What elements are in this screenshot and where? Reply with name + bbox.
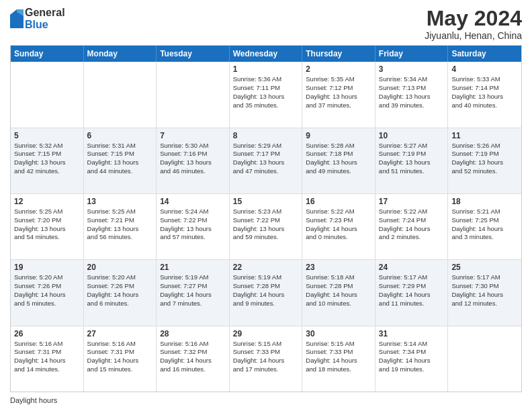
cal-cell: 26Sunrise: 5:16 AM Sunset: 7:31 PM Dayli… [11,326,84,392]
logo-text: General Blue [25,7,65,30]
day-number: 2 [306,64,371,74]
day-number: 12 [14,197,80,206]
cal-cell [157,62,230,127]
cal-cell: 15Sunrise: 5:23 AM Sunset: 7:22 PM Dayli… [230,194,303,259]
day-number: 4 [451,64,518,74]
cal-cell: 6Sunrise: 5:31 AM Sunset: 7:15 PM Daylig… [84,128,157,193]
cal-cell: 20Sunrise: 5:20 AM Sunset: 7:26 PM Dayli… [84,260,157,325]
day-number: 31 [379,329,445,338]
day-info: Sunrise: 5:22 AM Sunset: 7:24 PM Dayligh… [379,208,445,242]
day-of-week-wednesday: Wednesday [230,46,303,62]
day-info: Sunrise: 5:19 AM Sunset: 7:27 PM Dayligh… [160,273,226,308]
day-number: 10 [379,131,445,140]
day-number: 20 [87,263,153,272]
day-info: Sunrise: 5:19 AM Sunset: 7:28 PM Dayligh… [233,273,299,308]
day-info: Sunrise: 5:26 AM Sunset: 7:19 PM Dayligh… [451,142,518,176]
day-info: Sunrise: 5:16 AM Sunset: 7:31 PM Dayligh… [87,340,153,374]
day-info: Sunrise: 5:29 AM Sunset: 7:17 PM Dayligh… [233,142,299,176]
day-info: Sunrise: 5:32 AM Sunset: 7:15 PM Dayligh… [14,142,80,176]
cal-cell: 13Sunrise: 5:25 AM Sunset: 7:21 PM Dayli… [84,194,157,259]
cal-cell: 22Sunrise: 5:19 AM Sunset: 7:28 PM Dayli… [230,260,303,325]
day-info: Sunrise: 5:20 AM Sunset: 7:26 PM Dayligh… [14,273,80,308]
logo-general: General [25,7,65,19]
calendar-row-0: 1Sunrise: 5:36 AM Sunset: 7:11 PM Daylig… [11,62,521,127]
day-number: 3 [379,64,445,74]
day-info: Sunrise: 5:25 AM Sunset: 7:20 PM Dayligh… [14,208,80,242]
day-number: 15 [233,197,299,206]
day-info: Sunrise: 5:14 AM Sunset: 7:34 PM Dayligh… [379,340,445,374]
cal-cell: 18Sunrise: 5:21 AM Sunset: 7:25 PM Dayli… [448,194,521,259]
day-info: Sunrise: 5:25 AM Sunset: 7:21 PM Dayligh… [87,208,153,242]
day-of-week-saturday: Saturday [448,46,521,62]
cal-cell: 5Sunrise: 5:32 AM Sunset: 7:15 PM Daylig… [11,128,84,193]
day-number: 7 [160,131,226,140]
day-number: 22 [233,263,299,272]
day-info: Sunrise: 5:15 AM Sunset: 7:33 PM Dayligh… [233,340,299,374]
day-number: 17 [379,197,445,206]
day-info: Sunrise: 5:36 AM Sunset: 7:11 PM Dayligh… [233,75,299,109]
day-info: Sunrise: 5:27 AM Sunset: 7:19 PM Dayligh… [379,142,445,176]
day-of-week-friday: Friday [375,46,449,62]
calendar-row-1: 5Sunrise: 5:32 AM Sunset: 7:15 PM Daylig… [11,128,521,193]
cal-cell [11,62,84,127]
cal-cell: 23Sunrise: 5:18 AM Sunset: 7:28 PM Dayli… [302,260,375,325]
day-of-week-tuesday: Tuesday [157,46,230,62]
day-number: 9 [306,131,371,140]
header: General Blue May 2024 Jiyuanlu, Henan, C… [10,7,522,41]
cal-cell: 14Sunrise: 5:24 AM Sunset: 7:22 PM Dayli… [157,194,230,259]
calendar-row-2: 12Sunrise: 5:25 AM Sunset: 7:20 PM Dayli… [11,193,521,259]
calendar-row-4: 26Sunrise: 5:16 AM Sunset: 7:31 PM Dayli… [11,326,521,392]
day-number: 11 [451,131,518,140]
logo-icon [10,9,24,28]
cal-cell: 2Sunrise: 5:35 AM Sunset: 7:12 PM Daylig… [302,62,375,127]
day-info: Sunrise: 5:34 AM Sunset: 7:13 PM Dayligh… [379,75,445,109]
day-info: Sunrise: 5:28 AM Sunset: 7:18 PM Dayligh… [306,142,371,176]
day-number: 5 [14,131,80,140]
day-info: Sunrise: 5:18 AM Sunset: 7:28 PM Dayligh… [306,273,371,308]
calendar-body: 1Sunrise: 5:36 AM Sunset: 7:11 PM Daylig… [11,62,521,392]
title-block: May 2024 Jiyuanlu, Henan, China [425,7,522,41]
day-number: 24 [379,263,445,272]
day-number: 18 [451,197,518,206]
day-info: Sunrise: 5:23 AM Sunset: 7:22 PM Dayligh… [233,208,299,242]
day-info: Sunrise: 5:17 AM Sunset: 7:29 PM Dayligh… [379,273,445,308]
cal-cell: 31Sunrise: 5:14 AM Sunset: 7:34 PM Dayli… [375,326,449,392]
cal-cell: 3Sunrise: 5:34 AM Sunset: 7:13 PM Daylig… [375,62,449,127]
cal-cell: 27Sunrise: 5:16 AM Sunset: 7:31 PM Dayli… [84,326,157,392]
month-title: May 2024 [425,7,522,30]
cal-cell: 8Sunrise: 5:29 AM Sunset: 7:17 PM Daylig… [230,128,303,193]
calendar: SundayMondayTuesdayWednesdayThursdayFrid… [10,45,522,392]
day-of-week-monday: Monday [84,46,157,62]
cal-cell: 19Sunrise: 5:20 AM Sunset: 7:26 PM Dayli… [11,260,84,325]
day-number: 1 [233,64,299,74]
logo: General Blue [10,7,65,30]
day-info: Sunrise: 5:35 AM Sunset: 7:12 PM Dayligh… [306,75,371,109]
cal-cell: 12Sunrise: 5:25 AM Sunset: 7:20 PM Dayli… [11,194,84,259]
day-info: Sunrise: 5:17 AM Sunset: 7:30 PM Dayligh… [451,273,518,308]
day-of-week-sunday: Sunday [11,46,84,62]
day-info: Sunrise: 5:33 AM Sunset: 7:14 PM Dayligh… [451,75,518,109]
location-subtitle: Jiyuanlu, Henan, China [425,30,522,41]
cal-cell: 17Sunrise: 5:22 AM Sunset: 7:24 PM Dayli… [375,194,449,259]
cal-cell [448,326,521,392]
day-info: Sunrise: 5:21 AM Sunset: 7:25 PM Dayligh… [451,208,518,242]
day-info: Sunrise: 5:16 AM Sunset: 7:31 PM Dayligh… [14,340,80,374]
day-number: 25 [451,263,518,272]
cal-cell: 29Sunrise: 5:15 AM Sunset: 7:33 PM Dayli… [230,326,303,392]
day-number: 16 [306,197,371,206]
cal-cell: 10Sunrise: 5:27 AM Sunset: 7:19 PM Dayli… [375,128,449,193]
cal-cell: 16Sunrise: 5:22 AM Sunset: 7:23 PM Dayli… [302,194,375,259]
day-info: Sunrise: 5:20 AM Sunset: 7:26 PM Dayligh… [87,273,153,308]
day-info: Sunrise: 5:16 AM Sunset: 7:32 PM Dayligh… [160,340,226,374]
day-info: Sunrise: 5:30 AM Sunset: 7:16 PM Dayligh… [160,142,226,176]
day-info: Sunrise: 5:31 AM Sunset: 7:15 PM Dayligh… [87,142,153,176]
cal-cell: 25Sunrise: 5:17 AM Sunset: 7:30 PM Dayli… [448,260,521,325]
cal-cell: 21Sunrise: 5:19 AM Sunset: 7:27 PM Dayli… [157,260,230,325]
logo-blue: Blue [25,19,65,31]
cal-cell: 11Sunrise: 5:26 AM Sunset: 7:19 PM Dayli… [448,128,521,193]
page: General Blue May 2024 Jiyuanlu, Henan, C… [0,0,532,411]
day-info: Sunrise: 5:22 AM Sunset: 7:23 PM Dayligh… [306,208,371,242]
day-number: 27 [87,329,153,338]
cal-cell: 4Sunrise: 5:33 AM Sunset: 7:14 PM Daylig… [448,62,521,127]
cal-cell: 9Sunrise: 5:28 AM Sunset: 7:18 PM Daylig… [302,128,375,193]
